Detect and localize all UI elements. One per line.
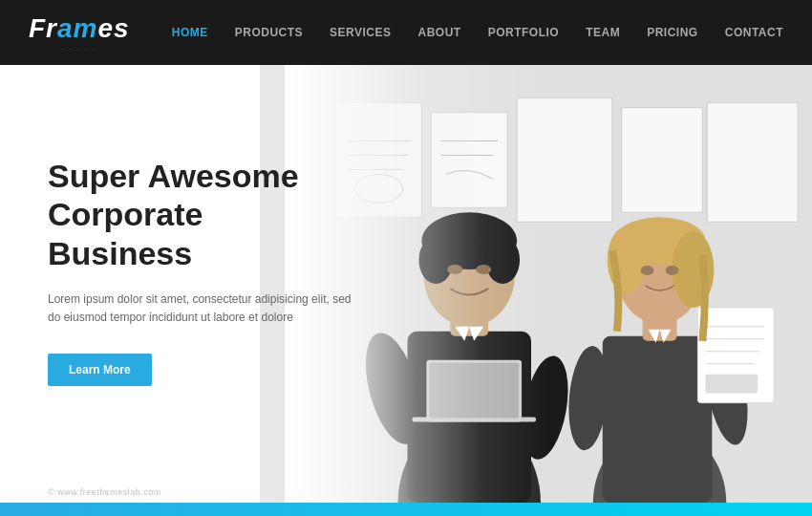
nav-item-services[interactable]: SERVICES	[330, 26, 391, 39]
nav-item-home[interactable]: HOME	[172, 26, 208, 39]
nav-item-team[interactable]: TEAM	[586, 26, 620, 39]
nav-item-about[interactable]: ABOUT	[418, 26, 461, 39]
nav-item-pricing[interactable]: PRICING	[647, 26, 698, 39]
hero-title: Super Awesome Corporate Business	[48, 157, 353, 273]
nav-item-portfolio[interactable]: PORTFOLIO	[488, 26, 560, 39]
learn-more-button[interactable]: Learn More	[48, 354, 152, 386]
bottom-accent-bar	[0, 503, 812, 516]
hero-section: Super Awesome Corporate Business Lorem i…	[0, 65, 812, 516]
hero-subtitle: Lorem ipsum dolor sit amet, consectetur …	[48, 290, 353, 327]
main-nav: HOME PRODUCTS SERVICES ABOUT PORTFOLIO T…	[172, 26, 783, 39]
logo-highlight: am	[57, 13, 97, 43]
logo-subtitle: · · · · ·	[29, 46, 130, 53]
hero-content: Super Awesome Corporate Business Lorem i…	[0, 65, 812, 516]
logo: Frames · · · · ·	[29, 13, 130, 53]
logo-text-before: Fr	[29, 13, 57, 43]
nav-item-products[interactable]: PRODUCTS	[235, 26, 303, 39]
logo-text: Frames	[29, 13, 130, 44]
nav-item-contact[interactable]: CONTACT	[725, 26, 783, 39]
watermark: © www.freethemeslab.com	[48, 487, 161, 497]
header: Frames · · · · · HOME PRODUCTS SERVICES …	[0, 0, 812, 65]
logo-text-after: es	[97, 13, 129, 43]
